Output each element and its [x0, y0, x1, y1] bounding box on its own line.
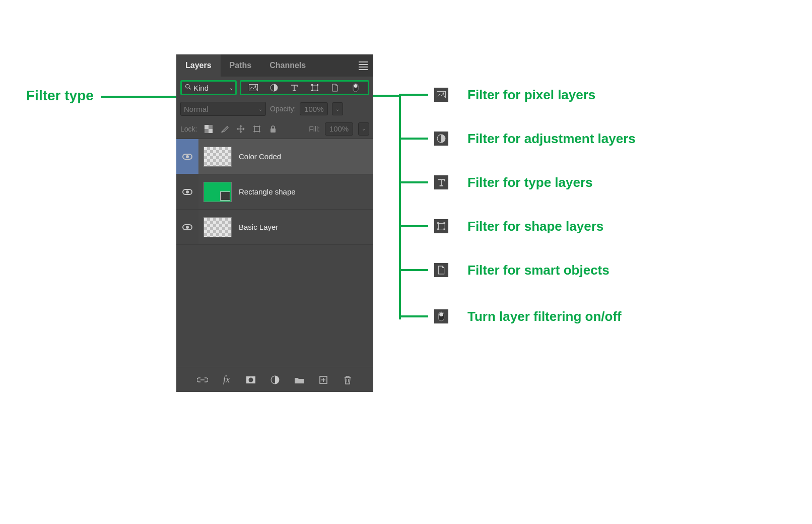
- filter-kind-select[interactable]: Kind ⌄: [180, 80, 237, 95]
- svg-rect-34: [444, 222, 445, 224]
- layer-row[interactable]: Rectangle shape: [176, 174, 373, 210]
- eye-icon: [182, 189, 192, 195]
- filter-type-button[interactable]: [287, 82, 301, 93]
- svg-rect-36: [444, 229, 445, 230]
- svg-point-0: [186, 85, 189, 88]
- svg-point-22: [248, 377, 253, 382]
- blend-mode-select[interactable]: Normal ⌄: [180, 102, 266, 116]
- legend-icon-box: [434, 175, 448, 189]
- layer-visibility-toggle[interactable]: [176, 174, 198, 209]
- filter-toggle-button[interactable]: [349, 82, 363, 93]
- lock-all-button[interactable]: [267, 123, 279, 135]
- toggle-icon: [438, 311, 445, 321]
- legend-icon-box: [434, 309, 448, 323]
- layer-style-button[interactable]: fx: [220, 373, 233, 386]
- svg-rect-7: [317, 84, 318, 86]
- legend-icon-box: [434, 263, 448, 277]
- new-adjustment-button[interactable]: [268, 373, 282, 386]
- filter-icons-group: [240, 80, 369, 95]
- layer-thumbnail[interactable]: [204, 147, 232, 167]
- panel-menu-button[interactable]: [353, 54, 373, 77]
- new-group-button[interactable]: [293, 373, 306, 386]
- filter-adjustment-button[interactable]: [267, 82, 281, 93]
- svg-rect-5: [312, 85, 317, 90]
- group-icon: [294, 376, 304, 384]
- hamburger-icon: [359, 60, 368, 72]
- move-icon: [236, 124, 245, 134]
- fill-dropdown[interactable]: ⌄: [358, 122, 369, 136]
- layer-row[interactable]: Color Coded: [176, 139, 373, 174]
- trash-icon: [344, 375, 352, 384]
- type-icon: [437, 178, 446, 187]
- type-icon: [290, 84, 298, 92]
- image-icon: [437, 91, 446, 98]
- layer-name[interactable]: Basic Layer: [239, 223, 278, 231]
- shape-icon: [311, 84, 319, 92]
- opacity-label: Opacity:: [270, 105, 296, 113]
- chevron-down-icon: ⌄: [258, 106, 262, 112]
- svg-rect-13: [205, 125, 209, 129]
- layer-row[interactable]: Basic Layer: [176, 210, 373, 245]
- layer-name[interactable]: Rectangle shape: [239, 187, 296, 196]
- layer-name[interactable]: Color Coded: [239, 152, 281, 161]
- filter-smart-button[interactable]: [328, 82, 342, 93]
- svg-point-38: [439, 312, 443, 316]
- mask-icon: [246, 376, 256, 384]
- fill-value[interactable]: 100%: [325, 122, 353, 136]
- legend-text: Filter for smart objects: [467, 263, 610, 278]
- blend-row: Normal ⌄ Opacity: 100% ⌄: [176, 99, 373, 119]
- artboard-icon: [252, 124, 261, 134]
- annotation-filter-type-label: Filter type: [26, 88, 94, 104]
- new-layer-button[interactable]: [317, 373, 330, 386]
- filter-shape-button[interactable]: [308, 82, 322, 93]
- lock-transparency-button[interactable]: [203, 123, 214, 135]
- new-icon: [319, 375, 328, 384]
- filter-kind-label: Kind: [193, 84, 209, 92]
- layer-visibility-toggle[interactable]: [176, 139, 198, 174]
- legend-text: Filter for shape layers: [467, 219, 603, 234]
- svg-line-1: [189, 88, 190, 89]
- lock-artboard-button[interactable]: [251, 123, 262, 135]
- legend-icon-box: [434, 88, 448, 102]
- legend-row-adjustment: Filter for adjustment layers: [399, 132, 636, 146]
- chevron-down-icon: ⌄: [229, 85, 233, 91]
- lock-label: Lock:: [180, 125, 197, 133]
- adjust-icon: [270, 84, 278, 92]
- opacity-value[interactable]: 100%: [300, 102, 328, 115]
- svg-point-3: [255, 86, 256, 87]
- legend-text: Filter for type layers: [467, 175, 593, 190]
- legend-icon-box: [434, 132, 448, 146]
- panel-header: Layers Paths Channels: [176, 54, 373, 77]
- legend-row-shape: Filter for shape layers: [399, 219, 603, 233]
- add-mask-button[interactable]: [244, 373, 257, 386]
- delete-layer-button[interactable]: [341, 373, 354, 386]
- eye-icon: [182, 154, 192, 160]
- lock-row: Lock: Fill: 100% ⌄: [176, 119, 373, 139]
- svg-rect-6: [311, 84, 313, 86]
- filter-pixel-button[interactable]: [246, 82, 260, 93]
- adjust-icon: [437, 134, 446, 143]
- svg-point-11: [354, 84, 357, 88]
- legend-row-pixel: Filter for pixel layers: [399, 88, 595, 102]
- annotation-filter-type-line: [101, 96, 176, 98]
- lock-pixels-button[interactable]: [219, 123, 230, 135]
- opacity-dropdown[interactable]: ⌄: [332, 102, 343, 115]
- legend-text: Filter for pixel layers: [467, 87, 595, 103]
- legend-text: Filter for adjustment layers: [467, 131, 636, 147]
- layer-thumbnail[interactable]: [204, 182, 232, 202]
- shape-icon: [437, 222, 446, 231]
- link-layers-button[interactable]: [196, 373, 209, 386]
- tab-paths[interactable]: Paths: [221, 54, 261, 77]
- layer-visibility-toggle[interactable]: [176, 210, 198, 244]
- legend-row-type: Filter for type layers: [399, 175, 593, 189]
- tab-channels[interactable]: Channels: [260, 54, 315, 77]
- layer-thumbnail[interactable]: [204, 217, 232, 237]
- svg-rect-15: [254, 126, 259, 132]
- svg-point-30: [443, 93, 444, 94]
- legend-text: Turn layer filtering on/off: [467, 309, 622, 324]
- link-icon: [197, 376, 208, 383]
- lock-icon: [269, 125, 277, 133]
- image-icon: [249, 84, 258, 91]
- lock-position-button[interactable]: [235, 123, 246, 135]
- tab-layers[interactable]: Layers: [176, 54, 221, 77]
